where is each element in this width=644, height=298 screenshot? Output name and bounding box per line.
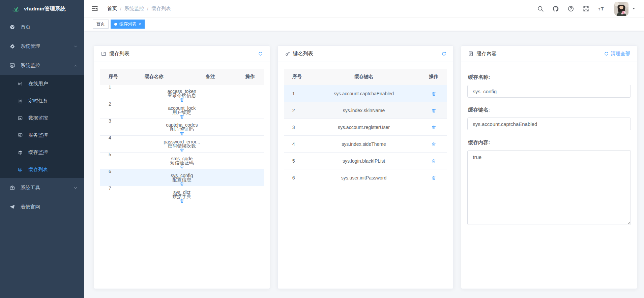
table-row[interactable]: 2 account_lock 用户锁定 xyxy=(100,102,264,119)
sidebar-item-scheduled-tasks[interactable]: 定时任务 xyxy=(0,92,84,109)
sidebar-item-system-management[interactable]: 系统管理 xyxy=(0,37,84,56)
sidebar-item-label: 首页 xyxy=(21,24,30,30)
breadcrumb-home[interactable]: 首页 xyxy=(107,5,117,12)
breadcrumb-system-monitor: 系统监控 xyxy=(124,5,144,12)
sidebar-item-data-monitor[interactable]: 数据监控 xyxy=(0,109,84,127)
delete-icon[interactable] xyxy=(431,142,436,147)
cache-value-textarea[interactable]: true xyxy=(467,150,631,225)
sidebar-item-cache-list[interactable]: 缓存列表 xyxy=(0,161,84,178)
table-row[interactable]: 7 sys_dict 数据字典 xyxy=(100,186,264,203)
broadcast-icon xyxy=(18,81,23,87)
table-header-row: 序号 缓存键名 操作 xyxy=(284,69,447,85)
sidebar-item-cache-monitor[interactable]: 缓存监控 xyxy=(0,144,84,161)
active-dot-icon xyxy=(114,23,117,26)
sidebar-item-official-site[interactable]: 若依官网 xyxy=(0,197,84,217)
chevron-down-icon xyxy=(74,186,78,190)
cache-value-label: 缓存内容: xyxy=(468,139,630,146)
top-navbar: 首页 / 系统监控 / 缓存列表 xyxy=(84,0,644,18)
sidebar: vfadmin管理系统 首页 系统管理 系统监控 在线用户 定时任务 xyxy=(0,0,84,298)
table-row-selected[interactable]: 1 sys.account.captchaEnabled xyxy=(284,85,447,102)
delete-icon[interactable] xyxy=(431,108,436,113)
tab-home[interactable]: 首页 xyxy=(93,20,109,29)
delete-icon[interactable] xyxy=(431,175,436,180)
key-list-card-header: 键名列表 xyxy=(278,46,453,62)
refresh-icon[interactable] xyxy=(441,51,446,56)
table-row[interactable]: 4 password_error... 密码错误次数 xyxy=(100,136,264,153)
sidebar-item-label: 系统工具 xyxy=(21,185,40,191)
user-menu[interactable] xyxy=(614,2,636,16)
delete-icon[interactable] xyxy=(431,159,436,164)
search-icon[interactable] xyxy=(537,5,544,12)
delete-icon[interactable] xyxy=(179,198,184,203)
github-icon[interactable] xyxy=(552,5,559,12)
col-index: 序号 xyxy=(284,74,308,80)
cache-key-input[interactable] xyxy=(467,118,631,130)
fullscreen-icon[interactable] xyxy=(583,5,589,12)
table-row[interactable]: 6 sys.user.initPassword xyxy=(284,169,447,186)
card-title: 缓存列表 xyxy=(109,51,129,57)
dashboard-icon xyxy=(9,24,15,30)
table-row[interactable]: 5 sms_code 短信验证码 xyxy=(100,153,264,169)
tab-label: 首页 xyxy=(96,21,105,27)
fold-sidebar-icon[interactable] xyxy=(91,5,98,12)
gear-icon xyxy=(9,43,15,49)
table-row[interactable]: 2 sys.index.skinName xyxy=(284,102,447,119)
col-actions: 操作 xyxy=(237,74,264,80)
table-row[interactable]: 4 sys.index.sideTheme xyxy=(284,136,447,153)
clear-all-button[interactable]: 清理全部 xyxy=(604,51,630,57)
sidebar-item-label: 定时任务 xyxy=(28,98,48,104)
cache-list-table: 序号 缓存名称 备注 操作 1 access_token 登录令牌信息 2 ac… xyxy=(100,69,264,282)
col-cache-key: 缓存键名 xyxy=(308,74,420,80)
sidebar-item-system-monitor[interactable]: 系统监控 xyxy=(0,56,84,75)
app-logo[interactable]: vfadmin管理系统 xyxy=(0,0,84,18)
cache-content-card-header: 缓存内容 清理全部 xyxy=(461,46,637,62)
cache-name-label: 缓存名称: xyxy=(468,74,630,80)
sidebar-item-label: 系统管理 xyxy=(21,43,40,49)
col-remark: 备注 xyxy=(184,74,236,80)
sidebar-item-service-monitor[interactable]: 服务监控 xyxy=(0,127,84,144)
sidebar-item-label: 缓存监控 xyxy=(28,149,48,156)
clear-all-label: 清理全部 xyxy=(611,51,630,57)
close-icon[interactable]: × xyxy=(139,22,141,26)
font-size-icon[interactable] xyxy=(598,5,606,12)
sidebar-submenu-monitor: 在线用户 定时任务 数据监控 服务监控 缓存监控 缓存列表 xyxy=(0,75,84,178)
delete-icon[interactable] xyxy=(431,125,436,130)
cache-list-card: 缓存列表 序号 缓存名称 备注 操作 1 access_token 登录令牌信息 xyxy=(94,45,270,289)
refresh-icon[interactable] xyxy=(258,51,263,56)
table-header-row: 序号 缓存名称 备注 操作 xyxy=(100,69,264,85)
cache-list-card-header: 缓存列表 xyxy=(94,46,270,62)
sidebar-item-label: 系统监控 xyxy=(21,62,40,69)
storage-icon xyxy=(101,51,107,57)
table-row[interactable]: 3 captcha_codes 图片验证码 xyxy=(100,119,264,136)
avatar[interactable] xyxy=(614,2,628,16)
cache-list-icon xyxy=(18,167,23,172)
delete-icon[interactable] xyxy=(431,91,436,96)
sidebar-item-label: 数据监控 xyxy=(28,115,48,121)
cache-name-input[interactable] xyxy=(467,85,631,98)
chevron-up-icon xyxy=(74,64,78,68)
app-title: vfadmin管理系统 xyxy=(24,5,66,12)
sidebar-item-home[interactable]: 首页 xyxy=(0,18,84,37)
table-row[interactable]: 5 sys.login.blackIPList xyxy=(284,153,447,169)
paper-plane-icon xyxy=(9,204,15,210)
card-title: 键名列表 xyxy=(293,51,313,57)
table-row-selected[interactable]: 6 sys_config 配置信息 xyxy=(100,169,264,186)
table-row[interactable]: 3 sys.account.registerUser xyxy=(284,119,447,136)
tab-cache-list[interactable]: 缓存列表 × xyxy=(111,20,145,29)
sidebar-item-online-users[interactable]: 在线用户 xyxy=(0,75,84,92)
monitor-check-icon xyxy=(9,63,15,68)
key-list-table: 序号 缓存键名 操作 1 sys.account.captchaEnabled … xyxy=(284,69,447,282)
col-actions: 操作 xyxy=(420,74,447,80)
help-icon[interactable] xyxy=(567,5,574,12)
table-row[interactable]: 1 access_token 登录令牌信息 xyxy=(100,85,264,102)
breadcrumb-separator: / xyxy=(147,6,148,11)
logo-icon xyxy=(11,4,20,13)
key-icon xyxy=(285,51,290,57)
caret-down-icon[interactable] xyxy=(632,6,636,11)
sidebar-item-label: 若依官网 xyxy=(21,204,40,210)
chevron-down-icon xyxy=(74,44,78,48)
document-icon xyxy=(468,51,474,57)
cache-list-card-body: 序号 缓存名称 备注 操作 1 access_token 登录令牌信息 2 ac… xyxy=(94,62,270,289)
cache-content-form: 缓存名称: 缓存键名: 缓存内容: true xyxy=(461,62,637,233)
sidebar-item-system-tools[interactable]: 系统工具 xyxy=(0,178,84,197)
